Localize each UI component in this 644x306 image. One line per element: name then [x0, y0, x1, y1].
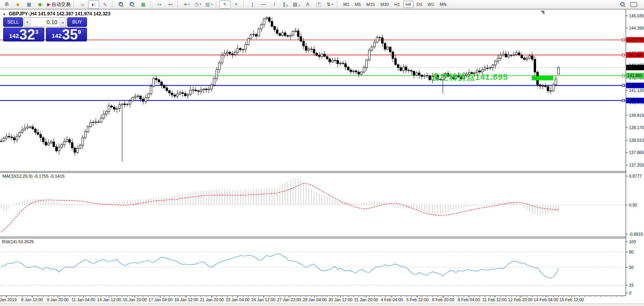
navigator-icon-icon: ▦ — [26, 2, 31, 7]
time-tick-label: 8 Feb 04:00 — [458, 297, 480, 302]
volume-input[interactable] — [31, 18, 59, 26]
toolbar-right — [620, 2, 637, 7]
timeframe-m15[interactable]: M15 — [364, 1, 377, 8]
tile-windows-button[interactable]: ▦ — [138, 0, 149, 9]
rsi-tick-label: 15 — [629, 283, 634, 287]
periods-button[interactable]: ◷▾ — [192, 0, 203, 9]
hline-endpoint-marker[interactable] — [622, 99, 625, 102]
text-icon: A — [306, 2, 309, 7]
zoom-in-button-icon: + — [119, 2, 124, 7]
navigator-icon[interactable]: ▦ — [23, 0, 34, 9]
rsi-tick-label: 80 — [629, 250, 634, 254]
vertical-line-icon: | — [252, 2, 253, 7]
price-badge-label: 141.382 — [627, 83, 642, 88]
arrows-button[interactable]: ⇅▾ — [324, 0, 335, 9]
buy-price-tile[interactable]: 142359 — [46, 28, 87, 41]
price-badge-label: 142.980 — [627, 53, 642, 57]
volume-decrease-button[interactable]: ▼ — [24, 18, 31, 26]
time-tick-label: 14 Feb 04:00 — [534, 297, 558, 302]
time-tick-label: 15 Jan 20:00 — [123, 297, 147, 302]
timeframe-m5[interactable]: M5 — [353, 1, 363, 8]
volume-increase-button[interactable]: ▲ — [59, 18, 66, 26]
line-chart-button[interactable]: ∿ — [99, 0, 110, 9]
text-button[interactable]: A — [302, 0, 313, 9]
trendline-button[interactable]: / — [269, 0, 280, 9]
buy-price-big: 35 — [62, 29, 78, 40]
timeframe-m1[interactable]: M1 — [341, 1, 351, 8]
timeframe-mn[interactable]: MN — [437, 1, 449, 8]
trendline-icon: / — [274, 2, 275, 7]
time-tick-label: 17 Jan 04:00 — [149, 297, 173, 302]
time-tick-label: 12 Feb 20:00 — [508, 297, 533, 302]
zoom-in-button[interactable]: + — [115, 0, 127, 9]
rsi-indicator-label: RSI(14) 53.2625 — [2, 239, 34, 244]
signals-icon-icon: ◉ — [38, 2, 42, 7]
pivot-highlight-rect[interactable] — [532, 76, 553, 80]
time-tick-label: 11 Feb 12:00 — [482, 297, 506, 302]
buy-button[interactable]: BUY — [67, 17, 87, 27]
time-tick-label: 21 Jan 20:00 — [200, 297, 224, 302]
signals-icon[interactable]: ◉ — [34, 0, 45, 9]
time-tick-label: 15 Feb 12:00 — [559, 297, 584, 302]
new-order-button[interactable]: 单 — [1, 0, 12, 9]
auto-scroll-button[interactable]: ↦ — [154, 0, 165, 9]
time-tick-label: 11 Jan 04:00 — [72, 297, 95, 302]
chart-shift-button[interactable]: ↤ — [165, 0, 176, 9]
chart-area[interactable]: 145.035144.390143.745143.085142.435141.7… — [0, 0, 644, 306]
price-badge-label: 142.323 — [627, 65, 642, 70]
time-tick-label: 14 Jan 12:00 — [97, 297, 121, 302]
sell-button[interactable]: SELL — [3, 17, 23, 27]
hline-endpoint-marker[interactable] — [622, 75, 625, 77]
chat-icon[interactable] — [630, 2, 637, 7]
one-click-trading-panel: SELL ▼ ▲ BUY 142323 142359 — [3, 17, 87, 41]
crosshair-button[interactable]: + — [230, 0, 242, 9]
tile-windows-icon: ▦ — [141, 2, 145, 7]
time-tick-label: 23 Jan 04:00 — [226, 297, 250, 302]
auto-trading-button[interactable]: ▶自动交易 — [45, 0, 72, 9]
toolbar: 单◆▦◉▶自动交易|||▮▯∿+−▦↦↤+▾◷▾▤▾↖+|—/∥E▤FAT⇅▾M… — [0, 0, 644, 9]
chart-title-text: GBPJPY-,H4 141.974 142.387 141.974 142.3… — [9, 11, 111, 17]
toolbar-separator — [112, 1, 114, 8]
macd-tick-label: 0.8777 — [629, 174, 642, 178]
timeframe-m30[interactable]: M30 — [378, 1, 391, 8]
time-tick-label: 27 Jan 23:00 — [277, 297, 301, 302]
vertical-line-button[interactable]: | — [247, 0, 258, 9]
indicators-button[interactable]: +▾ — [181, 0, 192, 9]
market-watch-icon[interactable]: ◆ — [12, 0, 23, 9]
horizontal-line-button[interactable]: — — [258, 0, 269, 9]
timeframe-w1[interactable]: W1 — [425, 1, 437, 8]
price-tick-label: 144.390 — [629, 26, 644, 30]
hline-endpoint-marker[interactable] — [622, 39, 625, 41]
buy-price-sup: 9 — [78, 28, 81, 35]
equidistant-channel-button[interactable]: ∥E — [280, 0, 291, 9]
candlestick-chart-icon: ▮▯ — [92, 3, 96, 6]
arrows-icon: ⇅ — [327, 2, 330, 7]
periods-icon: ◷ — [195, 2, 198, 7]
auto-scroll-icon: ↦ — [157, 2, 161, 7]
cursor-icon: ↖ — [223, 2, 227, 7]
bar-chart-button[interactable]: ||| — [77, 0, 88, 9]
collapse-arrow-icon[interactable]: ▲ — [3, 12, 6, 16]
text-label-button[interactable]: T — [313, 0, 324, 9]
hline-endpoint-marker[interactable] — [622, 54, 625, 56]
time-tick-label: 6 Feb 20:00 — [432, 297, 454, 302]
timeframe-d1[interactable]: D1 — [414, 1, 425, 8]
buy-price-prefix: 142 — [52, 32, 62, 39]
rsi-tick-label: 100 — [629, 239, 636, 244]
time-tick-label: 31 Jan 20:00 — [354, 297, 378, 302]
search-icon[interactable] — [620, 2, 625, 7]
time-tick-label: 18 Jan 12:00 — [174, 297, 198, 302]
chevron-down-icon: ▾ — [200, 3, 201, 6]
sell-price-tile[interactable]: 142323 — [3, 28, 44, 41]
hline-endpoint-marker[interactable] — [622, 84, 625, 86]
fibonacci-button[interactable]: ▤F — [291, 0, 302, 9]
zoom-out-button[interactable]: − — [127, 0, 138, 9]
templates-button[interactable]: ▤▾ — [203, 0, 214, 9]
cursor-button[interactable]: ↖ — [219, 0, 230, 9]
volume-stepper: ▼ ▲ — [24, 17, 66, 27]
sell-price-big: 32 — [19, 29, 35, 40]
timeframe-h1[interactable]: H1 — [392, 1, 402, 8]
timeframe-h4[interactable]: H4 — [403, 1, 414, 8]
text-label-icon: T — [316, 2, 321, 7]
candlestick-chart-button[interactable]: ▮▯ — [88, 0, 99, 9]
